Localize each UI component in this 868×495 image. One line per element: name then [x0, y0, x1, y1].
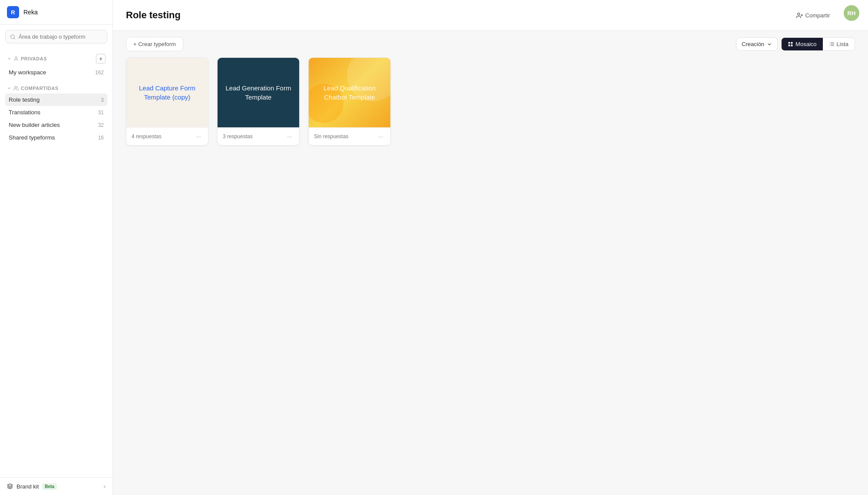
sidebar-item-count: 16 [98, 135, 104, 141]
compartidas-section-header: COMPARTIDAS [5, 84, 107, 93]
sidebar-item-my-workspace[interactable]: My workspace 162 [5, 66, 107, 79]
sidebar-item-count: 3 [101, 97, 104, 103]
top-right-avatar[interactable]: RH [844, 5, 859, 21]
sidebar-item-new-builder-articles[interactable]: New builder articles 32 [5, 119, 107, 131]
card-responses-1: 4 respuestas [132, 133, 162, 140]
sidebar-item-count: 31 [98, 110, 104, 116]
svg-rect-8 [791, 42, 793, 44]
brand-kit-label: Brand kit Beta [7, 483, 57, 490]
card-preview-2: Lead Generation Form Template [218, 58, 299, 127]
sidebar-item-shared-typeforms[interactable]: Shared typeforms 16 [5, 131, 107, 144]
chevron-down-icon [767, 42, 772, 47]
sidebar-item-translations[interactable]: Translations 31 [5, 106, 107, 119]
people-icon [13, 86, 19, 91]
privadas-section: PRIVADAS + My workspace 162 [0, 49, 112, 80]
chevron-down-icon-2 [7, 86, 11, 90]
brand-kit-icon [7, 483, 13, 489]
svg-point-3 [15, 86, 17, 88]
share-icon [796, 12, 803, 19]
privadas-section-header: PRIVADAS + [5, 52, 107, 66]
main-header: Role testing Compartir ··· [113, 0, 868, 31]
svg-line-1 [14, 38, 15, 39]
card-menu-button-1[interactable]: ··· [194, 132, 203, 141]
sort-dropdown[interactable]: Creación [736, 37, 778, 51]
sidebar-item-label: Shared typeforms [9, 134, 55, 141]
main-content: RH Role testing Compartir ··· + Crear ty… [113, 0, 868, 495]
card-lead-qualification[interactable]: Lead Qualification Chatbot Template Sin … [308, 57, 391, 146]
user-avatar: R [7, 6, 19, 18]
card-preview-3: Lead Qualification Chatbot Template [309, 58, 390, 127]
search-icon [10, 34, 16, 40]
sidebar: R Reka PRIVADAS + My workspace 162 [0, 0, 113, 495]
compartidas-section: COMPARTIDAS Role testing 3 Translations … [0, 80, 112, 146]
svg-point-2 [15, 57, 17, 59]
card-footer-2: 3 respuestas ··· [218, 127, 299, 145]
cards-area: Lead Capture Form Template (copy) 4 resp… [113, 57, 868, 495]
grid-icon [788, 41, 793, 47]
toolbar: + Crear typeform Creación Mosaico Lista [113, 31, 868, 57]
card-lead-generation[interactable]: Lead Generation Form Template 3 respuest… [217, 57, 300, 146]
view-controls: Creación Mosaico Lista [736, 37, 855, 51]
svg-rect-7 [789, 42, 790, 44]
svg-rect-10 [791, 45, 793, 47]
mosaic-view-button[interactable]: Mosaico [782, 38, 822, 50]
compartidas-label: COMPARTIDAS [7, 86, 59, 91]
cards-grid: Lead Capture Form Template (copy) 4 resp… [126, 57, 855, 146]
sidebar-item-label: Translations [9, 109, 40, 116]
beta-badge: Beta [42, 483, 57, 490]
list-view-button[interactable]: Lista [823, 38, 855, 50]
create-typeform-button[interactable]: + Crear typeform [126, 37, 183, 51]
page-title: Role testing [126, 10, 181, 21]
chevron-right-icon: › [103, 483, 106, 490]
main-title-section: Role testing [126, 10, 181, 21]
brand-kit-text: Brand kit [17, 483, 39, 490]
chevron-down-icon [7, 56, 11, 61]
card-menu-button-2[interactable]: ··· [285, 132, 294, 141]
sidebar-footer[interactable]: Brand kit Beta › [0, 477, 112, 495]
card-responses-2: 3 respuestas [223, 133, 253, 140]
card-footer-1: 4 respuestas ··· [126, 127, 208, 145]
search-bar[interactable] [5, 30, 107, 43]
sort-label: Creación [742, 41, 764, 47]
sidebar-item-label: My workspace [9, 69, 46, 76]
sidebar-item-count: 162 [95, 70, 104, 76]
card-menu-button-3[interactable]: ··· [376, 132, 385, 141]
share-button[interactable]: Compartir [790, 10, 836, 21]
sidebar-item-label: New builder articles [9, 122, 60, 128]
person-icon [13, 56, 19, 61]
search-input[interactable] [19, 33, 102, 40]
sidebar-item-label: Role testing [9, 96, 40, 103]
list-icon [829, 41, 835, 47]
sidebar-item-role-testing[interactable]: Role testing 3 [5, 93, 107, 106]
svg-rect-9 [789, 45, 790, 47]
card-lead-capture[interactable]: Lead Capture Form Template (copy) 4 resp… [126, 57, 208, 146]
user-name: Reka [23, 9, 38, 16]
card-responses-3: Sin respuestas [314, 133, 348, 140]
privadas-label: PRIVADAS [7, 56, 47, 61]
card-preview-1: Lead Capture Form Template (copy) [126, 58, 208, 127]
sidebar-header: R Reka [0, 0, 112, 25]
card-footer-3: Sin respuestas ··· [309, 127, 390, 145]
privadas-add-button[interactable]: + [96, 54, 106, 63]
sidebar-item-count: 32 [98, 122, 104, 128]
view-toggle: Mosaico Lista [781, 37, 855, 51]
svg-point-4 [797, 13, 799, 15]
